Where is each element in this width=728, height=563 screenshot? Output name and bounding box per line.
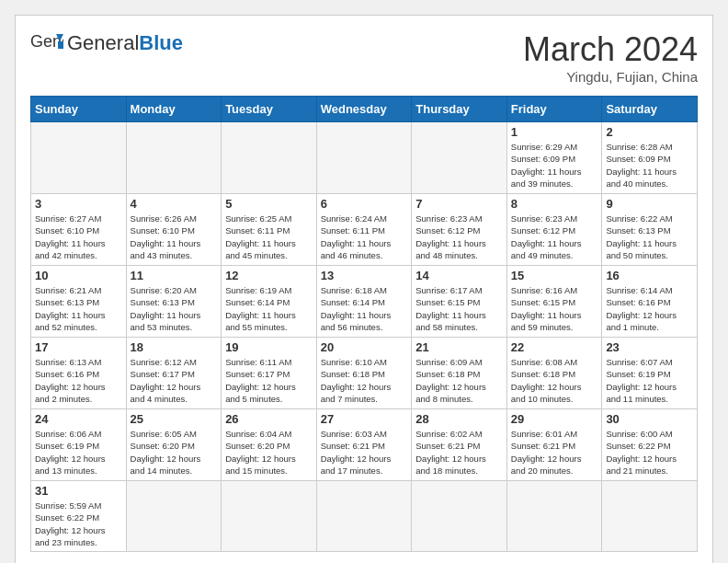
day-info: Sunrise: 6:01 AM Sunset: 6:21 PM Dayligh… (511, 428, 598, 477)
day-info: Sunrise: 6:28 AM Sunset: 6:09 PM Dayligh… (606, 141, 693, 190)
day-info: Sunrise: 6:18 AM Sunset: 6:14 PM Dayligh… (321, 284, 408, 333)
day-info: Sunrise: 6:03 AM Sunset: 6:21 PM Dayligh… (321, 428, 408, 477)
calendar-cell: 9Sunrise: 6:22 AM Sunset: 6:13 PM Daylig… (602, 194, 698, 266)
day-info: Sunrise: 6:13 AM Sunset: 6:16 PM Dayligh… (35, 356, 122, 405)
day-number: 28 (415, 412, 503, 426)
day-number: 7 (415, 197, 503, 211)
day-number: 18 (131, 340, 218, 354)
day-info: Sunrise: 6:04 AM Sunset: 6:20 PM Dayligh… (225, 428, 313, 477)
day-info: Sunrise: 6:27 AM Sunset: 6:10 PM Dayligh… (35, 213, 122, 261)
calendar-cell: 25Sunrise: 6:05 AM Sunset: 6:20 PM Dayli… (126, 409, 222, 481)
calendar-cell (412, 481, 507, 552)
day-info: Sunrise: 6:08 AM Sunset: 6:18 PM Dayligh… (511, 356, 598, 405)
day-info: Sunrise: 6:21 AM Sunset: 6:13 PM Dayligh… (35, 284, 122, 333)
calendar-cell: 1Sunrise: 6:29 AM Sunset: 6:09 PM Daylig… (506, 122, 602, 194)
calendar-cell: 23Sunrise: 6:07 AM Sunset: 6:19 PM Dayli… (602, 338, 698, 409)
calendar-cell: 19Sunrise: 6:11 AM Sunset: 6:17 PM Dayli… (222, 338, 317, 409)
weekday-header-monday: Monday (126, 97, 222, 122)
day-number: 1 (511, 125, 598, 139)
day-info: Sunrise: 6:26 AM Sunset: 6:10 PM Dayligh… (131, 213, 218, 261)
weekday-header-row: SundayMondayTuesdayWednesdayThursdayFrid… (31, 97, 698, 122)
day-number: 11 (131, 269, 218, 282)
calendar-cell: 28Sunrise: 6:02 AM Sunset: 6:21 PM Dayli… (412, 409, 507, 481)
day-info: Sunrise: 6:23 AM Sunset: 6:12 PM Dayligh… (511, 213, 598, 261)
day-number: 24 (35, 412, 122, 426)
day-number: 26 (225, 412, 313, 426)
calendar-cell (316, 481, 412, 552)
location: Yingdu, Fujian, China (523, 69, 698, 85)
day-info: Sunrise: 6:05 AM Sunset: 6:20 PM Dayligh… (131, 428, 218, 477)
calendar-cell: 17Sunrise: 6:13 AM Sunset: 6:16 PM Dayli… (31, 338, 127, 409)
day-info: Sunrise: 6:23 AM Sunset: 6:12 PM Dayligh… (415, 213, 503, 261)
header: General GeneralBlue March 2024 Yingdu, F… (30, 30, 698, 85)
logo-text: GeneralBlue (67, 31, 183, 54)
day-number: 5 (225, 197, 313, 211)
weekday-header-sunday: Sunday (31, 97, 127, 122)
week-row-1: 1Sunrise: 6:29 AM Sunset: 6:09 PM Daylig… (31, 122, 698, 194)
week-row-4: 17Sunrise: 6:13 AM Sunset: 6:16 PM Dayli… (31, 338, 698, 409)
calendar-cell: 16Sunrise: 6:14 AM Sunset: 6:16 PM Dayli… (602, 266, 698, 338)
weekday-header-saturday: Saturday (602, 97, 698, 122)
day-info: Sunrise: 6:00 AM Sunset: 6:22 PM Dayligh… (606, 428, 693, 477)
day-info: Sunrise: 5:59 AM Sunset: 6:22 PM Dayligh… (35, 500, 122, 548)
day-number: 21 (415, 340, 503, 354)
calendar-cell (222, 481, 317, 552)
weekday-header-tuesday: Tuesday (222, 97, 317, 122)
calendar-container: General GeneralBlue March 2024 Yingdu, F… (15, 15, 713, 563)
calendar-cell: 20Sunrise: 6:10 AM Sunset: 6:18 PM Dayli… (316, 338, 412, 409)
calendar-cell (222, 122, 317, 194)
day-info: Sunrise: 6:22 AM Sunset: 6:13 PM Dayligh… (606, 213, 693, 261)
calendar-cell (126, 122, 222, 194)
day-info: Sunrise: 6:24 AM Sunset: 6:11 PM Dayligh… (321, 213, 408, 261)
day-number: 12 (225, 269, 313, 282)
weekday-header-thursday: Thursday (412, 97, 507, 122)
day-info: Sunrise: 6:07 AM Sunset: 6:19 PM Dayligh… (606, 356, 693, 405)
calendar-table: SundayMondayTuesdayWednesdayThursdayFrid… (30, 96, 698, 552)
day-number: 29 (511, 412, 598, 426)
day-info: Sunrise: 6:29 AM Sunset: 6:09 PM Dayligh… (511, 141, 598, 190)
day-number: 22 (511, 340, 598, 354)
calendar-cell: 21Sunrise: 6:09 AM Sunset: 6:18 PM Dayli… (412, 338, 507, 409)
day-info: Sunrise: 6:17 AM Sunset: 6:15 PM Dayligh… (415, 284, 503, 333)
weekday-header-wednesday: Wednesday (316, 97, 412, 122)
day-number: 4 (131, 197, 218, 211)
day-number: 9 (606, 197, 693, 211)
calendar-cell: 8Sunrise: 6:23 AM Sunset: 6:12 PM Daylig… (506, 194, 602, 266)
day-number: 3 (35, 197, 122, 211)
calendar-cell (602, 481, 698, 552)
logo-icon: General (30, 30, 63, 56)
calendar-cell: 15Sunrise: 6:16 AM Sunset: 6:15 PM Dayli… (506, 266, 602, 338)
day-number: 20 (321, 340, 408, 354)
day-number: 16 (606, 269, 693, 282)
day-info: Sunrise: 6:10 AM Sunset: 6:18 PM Dayligh… (321, 356, 408, 405)
day-number: 23 (606, 340, 693, 354)
week-row-6: 31Sunrise: 5:59 AM Sunset: 6:22 PM Dayli… (31, 481, 698, 552)
calendar-cell: 2Sunrise: 6:28 AM Sunset: 6:09 PM Daylig… (602, 122, 698, 194)
day-info: Sunrise: 6:09 AM Sunset: 6:18 PM Dayligh… (415, 356, 503, 405)
day-info: Sunrise: 6:16 AM Sunset: 6:15 PM Dayligh… (511, 284, 598, 333)
calendar-cell: 10Sunrise: 6:21 AM Sunset: 6:13 PM Dayli… (31, 266, 127, 338)
day-number: 31 (35, 484, 122, 498)
day-number: 19 (225, 340, 313, 354)
day-number: 13 (321, 269, 408, 282)
calendar-cell: 4Sunrise: 6:26 AM Sunset: 6:10 PM Daylig… (126, 194, 222, 266)
calendar-cell: 27Sunrise: 6:03 AM Sunset: 6:21 PM Dayli… (316, 409, 412, 481)
calendar-cell: 30Sunrise: 6:00 AM Sunset: 6:22 PM Dayli… (602, 409, 698, 481)
calendar-cell: 29Sunrise: 6:01 AM Sunset: 6:21 PM Dayli… (506, 409, 602, 481)
day-number: 2 (606, 125, 693, 139)
week-row-3: 10Sunrise: 6:21 AM Sunset: 6:13 PM Dayli… (31, 266, 698, 338)
calendar-cell: 24Sunrise: 6:06 AM Sunset: 6:19 PM Dayli… (31, 409, 127, 481)
calendar-cell: 18Sunrise: 6:12 AM Sunset: 6:17 PM Dayli… (126, 338, 222, 409)
calendar-cell: 11Sunrise: 6:20 AM Sunset: 6:13 PM Dayli… (126, 266, 222, 338)
weekday-header-friday: Friday (506, 97, 602, 122)
svg-marker-2 (58, 41, 63, 49)
week-row-2: 3Sunrise: 6:27 AM Sunset: 6:10 PM Daylig… (31, 194, 698, 266)
day-number: 30 (606, 412, 693, 426)
day-number: 6 (321, 197, 408, 211)
calendar-cell (31, 122, 127, 194)
calendar-cell (506, 481, 602, 552)
day-number: 27 (321, 412, 408, 426)
day-info: Sunrise: 6:06 AM Sunset: 6:19 PM Dayligh… (35, 428, 122, 477)
day-number: 25 (131, 412, 218, 426)
day-info: Sunrise: 6:25 AM Sunset: 6:11 PM Dayligh… (225, 213, 313, 261)
